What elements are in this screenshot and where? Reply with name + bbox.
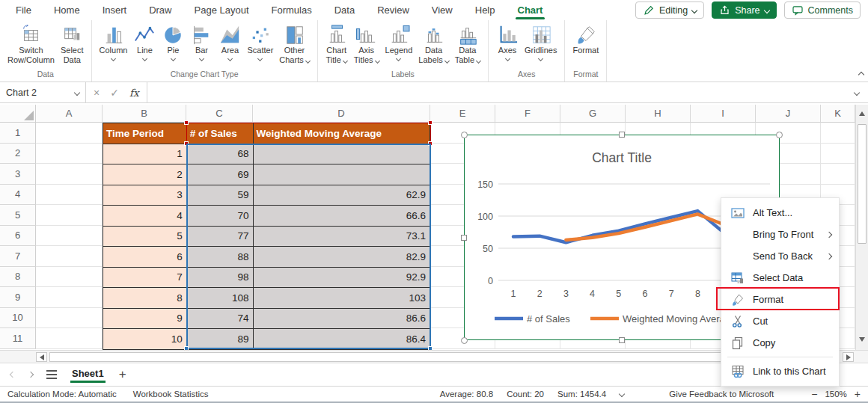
menu-item-send-to-back[interactable]: Send To Back [721, 245, 839, 267]
table-cell[interactable]: 6 [103, 247, 187, 268]
column-header-K[interactable]: K [821, 105, 855, 123]
column-header-H[interactable]: H [626, 105, 691, 123]
ribbon-button-scatter[interactable]: Scatter [244, 23, 276, 64]
cell[interactable] [36, 328, 103, 349]
horizontal-scroll-thumb[interactable] [49, 352, 834, 362]
column-header-C[interactable]: C [186, 105, 253, 123]
row-header-3[interactable]: 3 [0, 164, 36, 185]
tab-file[interactable]: File [4, 0, 43, 20]
scroll-left-icon[interactable] [36, 352, 47, 362]
select-all-corner[interactable] [0, 105, 36, 123]
expand-formula-bar-icon[interactable] [846, 90, 868, 95]
column-header-D[interactable]: D [253, 105, 430, 123]
feedback-link[interactable]: Give Feedback to Microsoft [669, 390, 774, 399]
table-cell[interactable]: 2 [103, 164, 187, 185]
table-cell[interactable]: 86.4 [254, 329, 430, 350]
cell[interactable] [36, 287, 103, 308]
chart-handle[interactable] [619, 132, 625, 138]
cell[interactable] [36, 308, 103, 329]
chart-handle[interactable] [619, 337, 625, 343]
ribbon-button-data-labels[interactable]: DataLabels [415, 23, 451, 66]
ribbon-button-chart-title[interactable]: ChartTitle [323, 23, 351, 66]
chart-handle[interactable] [461, 235, 467, 241]
cell[interactable] [36, 267, 103, 288]
prev-sheet-icon[interactable] [10, 372, 16, 378]
tab-chart[interactable]: Chart [507, 0, 554, 20]
table-cell[interactable]: 103 [254, 288, 430, 309]
name-box[interactable]: Chart 2 [0, 82, 86, 102]
add-sheet-button[interactable]: + [119, 367, 126, 382]
ribbon-button-bar[interactable]: Bar [187, 23, 216, 64]
menu-item-link-to-this-chart[interactable]: Link to this Chart [721, 360, 839, 382]
ribbon-button-format[interactable]: Format [569, 23, 602, 57]
aggregates[interactable]: Average: 80.8 Count: 20 Sum: 1454.4 [440, 390, 625, 399]
column-header-F[interactable]: F [495, 105, 560, 123]
table-cell[interactable]: 62.9 [254, 185, 430, 206]
column-header-E[interactable]: E [430, 105, 495, 123]
column-header-A[interactable]: A [36, 105, 103, 123]
column-header-G[interactable]: G [560, 105, 626, 123]
table-cell[interactable]: 5 [103, 227, 187, 247]
tab-draw[interactable]: Draw [138, 0, 183, 20]
ribbon-button-legend[interactable]: Legend [382, 23, 416, 64]
table-cell[interactable]: 9 [103, 309, 187, 330]
comments-button[interactable]: Comments [784, 1, 861, 19]
ribbon-button-gridlines[interactable]: Gridlines [522, 23, 560, 64]
zoom-in-button[interactable]: + [855, 388, 861, 400]
row-header-10[interactable]: 10 [0, 308, 36, 329]
cell[interactable] [36, 205, 103, 226]
cell[interactable] [36, 246, 103, 267]
ribbon-button-line[interactable]: Line [130, 23, 159, 64]
row-header-4[interactable]: 4 [0, 185, 36, 206]
tab-home[interactable]: Home [43, 0, 91, 20]
table-cell[interactable]: 3 [103, 185, 187, 206]
table-cell[interactable]: 66.6 [254, 206, 430, 227]
range-handle[interactable] [428, 141, 433, 146]
cell[interactable] [821, 144, 855, 164]
table-cell[interactable]: 92.9 [254, 268, 430, 289]
menu-item-alt-text[interactable]: Alt Text... [721, 202, 839, 224]
table-cell[interactable]: 7 [103, 268, 187, 289]
cell[interactable] [821, 164, 855, 185]
chart-handle[interactable] [461, 337, 468, 344]
menu-item-select-data[interactable]: Select Data [721, 267, 839, 289]
range-handle[interactable] [184, 120, 189, 125]
tab-formulas[interactable]: Formulas [260, 0, 323, 20]
table-cell[interactable]: 1 [103, 144, 187, 165]
cell[interactable] [36, 226, 103, 247]
table-cell[interactable]: 98 [187, 268, 254, 289]
table-cell[interactable]: 108 [187, 288, 254, 309]
row-header-11[interactable]: 11 [0, 328, 36, 349]
chart-handle[interactable] [461, 132, 468, 138]
table-cell[interactable]: 69 [187, 164, 254, 185]
workbook-statistics[interactable]: Workbook Statistics [133, 390, 209, 399]
range-handle[interactable] [184, 141, 189, 146]
row-header-5[interactable]: 5 [0, 205, 36, 226]
cell[interactable] [36, 164, 103, 185]
ribbon-button-data-table[interactable]: DataTable [452, 23, 483, 66]
ribbon-button-axis-titles[interactable]: AxisTitles [351, 23, 382, 66]
insert-function-button[interactable]: fx [129, 87, 139, 99]
row-header-8[interactable]: 8 [0, 267, 36, 288]
next-sheet-icon[interactable] [28, 372, 34, 378]
confirm-entry-button[interactable]: ✓ [110, 87, 119, 99]
cell[interactable] [36, 144, 103, 164]
menu-item-format[interactable]: Format [721, 289, 839, 310]
table-cell[interactable] [254, 164, 430, 185]
menu-item-bring-to-front[interactable]: Bring To Front [721, 224, 839, 245]
range-handle[interactable] [428, 120, 433, 125]
table-cell[interactable]: 82.9 [254, 247, 430, 268]
table-cell[interactable]: 88 [187, 247, 254, 268]
table-cell[interactable]: 86.6 [254, 309, 430, 330]
tab-insert[interactable]: Insert [91, 0, 138, 20]
table-header-cell[interactable]: Time Period [103, 123, 187, 144]
menu-item-copy[interactable]: Copy [721, 332, 839, 354]
row-header-7[interactable]: 7 [0, 246, 36, 267]
aggregates-dropdown-icon[interactable] [619, 391, 625, 397]
editing-mode-button[interactable]: Editing [635, 1, 704, 19]
zoom-level[interactable]: 150% [825, 390, 846, 399]
row-header-1[interactable]: 1 [0, 123, 36, 144]
ribbon-button-column[interactable]: Column [97, 23, 131, 64]
table-header-cell[interactable]: Weighted Moving Average [254, 123, 430, 144]
chart-handle[interactable] [776, 132, 783, 138]
